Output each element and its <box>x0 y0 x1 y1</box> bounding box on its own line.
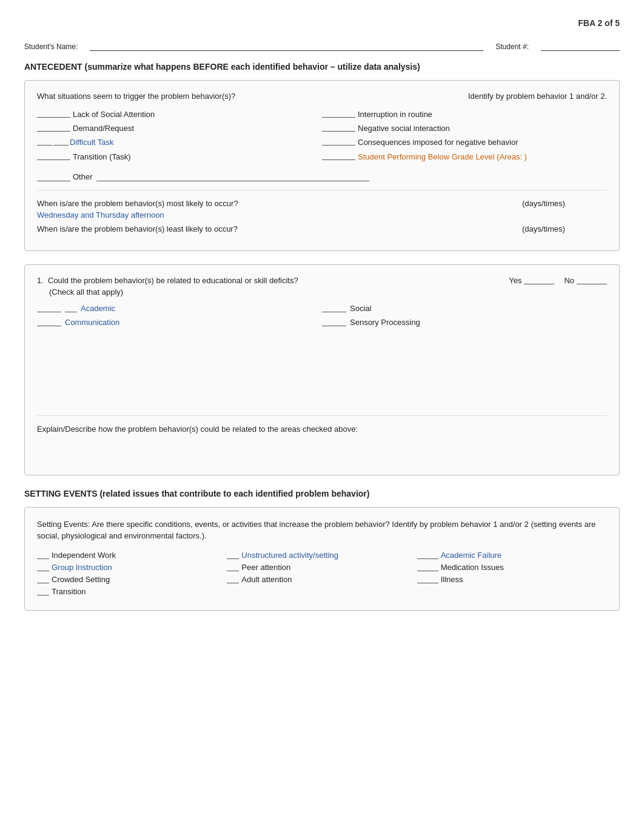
check-blank-8 <box>322 152 355 160</box>
setting-item-8: Academic Failure <box>441 551 501 560</box>
most-likely-days: (days/times) <box>522 199 607 208</box>
page-title: FBA 2 of 5 <box>24 18 620 28</box>
question-1-section: 1. Could the problem behavior(s) be rela… <box>24 264 620 475</box>
trigger-item-4: Transition (Task) <box>73 152 131 163</box>
setting-blank-4 <box>37 587 49 595</box>
most-likely-row: When is/are the problem behavior(s) most… <box>37 199 607 208</box>
sensory-label: Sensory Processing <box>350 318 420 327</box>
list-item: Communication <box>37 318 322 327</box>
trigger-item-7: Consequences imposed for negative behavi… <box>358 137 518 148</box>
setting-events-title: SETTING EVENTS (related issues that cont… <box>24 489 620 498</box>
setting-col-3: Academic Failure Medication Issues Illne… <box>417 551 607 599</box>
deficit-row-1: Academic Social <box>37 304 607 313</box>
student-info-row: Student's Name: Student #: <box>24 40 620 51</box>
list-item: Academic <box>37 304 322 313</box>
setting-blank-5 <box>227 551 239 559</box>
list-item: Group Instruction <box>37 563 227 572</box>
list-item: Lack of Social Attention <box>37 109 322 120</box>
academic-blank-1 <box>37 304 61 312</box>
setting-checklist: Independent Work Group Instruction Crowd… <box>37 551 607 599</box>
question-number: 1. <box>37 276 48 285</box>
other-line <box>96 172 369 181</box>
setting-blank-3 <box>37 575 49 583</box>
academic-blank-2 <box>65 304 77 312</box>
list-item: Unstructured activity/setting <box>227 551 417 560</box>
list-item: Student Performing Below Grade Level (Ar… <box>322 152 607 163</box>
student-name-field[interactable] <box>90 40 483 51</box>
trigger-item-8: Student Performing Below Grade Level (Ar… <box>358 152 527 163</box>
setting-blank-2 <box>37 563 49 571</box>
yes-label: Yes <box>509 276 522 285</box>
setting-blank-8 <box>417 551 438 559</box>
other-row: Other <box>37 172 607 181</box>
trigger-checklist: Lack of Social Attention Demand/Request … <box>37 109 607 166</box>
list-item: Transition (Task) <box>37 152 322 163</box>
setting-blank-1 <box>37 551 49 559</box>
student-number-field[interactable] <box>541 40 620 51</box>
antecedent-card: What situations seem to trigger the prob… <box>24 80 620 251</box>
notes-area <box>37 332 607 404</box>
least-likely-row: When is/are the problem behavior(s) leas… <box>37 224 607 233</box>
list-item: Medication Issues <box>417 563 607 572</box>
student-number-label: Student #: <box>495 42 529 51</box>
least-likely-days: (days/times) <box>522 224 607 233</box>
deficit-checklist: Academic Social Communication Sensory Pr… <box>37 304 607 327</box>
trigger-item-6: Negative social interaction <box>358 123 450 134</box>
trigger-question: What situations seem to trigger the prob… <box>37 92 322 101</box>
academic-label: Academic <box>81 304 115 313</box>
list-item: Interruption in routine <box>322 109 607 120</box>
trigger-item-1: Lack of Social Attention <box>73 109 155 120</box>
skill-deficit-card: 1. Could the problem behavior(s) be rela… <box>24 264 620 475</box>
divider <box>37 190 607 190</box>
no-label: No <box>564 276 574 285</box>
identify-label: Identify by problem behavior 1 and/or 2. <box>322 92 607 101</box>
setting-intro: Setting Events: Are there specific condi… <box>37 518 607 542</box>
check-blank-7 <box>322 137 355 146</box>
trigger-header: What situations seem to trigger the prob… <box>37 92 607 101</box>
other-label: Other <box>73 172 93 181</box>
list-item: Difficult Task <box>37 137 322 148</box>
check-blank-5 <box>322 109 355 118</box>
list-item: Peer attention <box>227 563 417 572</box>
check-blank-3a <box>37 137 52 146</box>
list-item: Transition <box>37 587 227 596</box>
explain-block: Explain/Describe how the problem behavio… <box>37 415 607 464</box>
list-item: Adult attention <box>227 575 417 584</box>
list-item: Social <box>322 304 607 313</box>
setting-item-1: Independent Work <box>52 551 116 560</box>
setting-item-6: Peer attention <box>241 563 290 572</box>
setting-item-3: Crowded Setting <box>52 575 110 584</box>
list-item: Sensory Processing <box>322 318 607 327</box>
explain-writing-area <box>37 434 607 464</box>
most-likely-question: When is/are the problem behavior(s) most… <box>37 199 522 208</box>
setting-blank-6 <box>227 563 239 571</box>
check-blank-1 <box>37 109 70 118</box>
communication-label: Communication <box>65 318 119 327</box>
list-item: Consequences imposed for negative behavi… <box>322 137 607 148</box>
comm-blank <box>37 318 61 326</box>
no-blank <box>577 276 607 284</box>
list-item: Illness <box>417 575 607 584</box>
setting-item-4: Transition <box>52 587 86 596</box>
could-question: Could the problem behavior(s) be related… <box>48 276 509 285</box>
student-name-label: Student's Name: <box>24 42 78 51</box>
deficit-row-2: Communication Sensory Processing <box>37 318 607 327</box>
trigger-item-2: Demand/Request <box>73 123 134 134</box>
timing-block: When is/are the problem behavior(s) most… <box>37 199 607 233</box>
setting-blank-9 <box>417 563 438 571</box>
setting-blank-7 <box>227 575 239 583</box>
setting-events-card: Setting Events: Are there specific condi… <box>24 507 620 611</box>
setting-item-5: Unstructured activity/setting <box>241 551 338 560</box>
setting-blank-10 <box>417 575 438 583</box>
trigger-right-col: Interruption in routine Negative social … <box>322 109 607 166</box>
social-blank <box>322 304 346 312</box>
list-item: Academic Failure <box>417 551 607 560</box>
check-blank-4 <box>37 152 70 160</box>
sensory-blank <box>322 318 346 326</box>
trigger-item-5: Interruption in routine <box>358 109 432 120</box>
explain-text: Explain/Describe how the problem behavio… <box>37 424 358 434</box>
setting-col-1: Independent Work Group Instruction Crowd… <box>37 551 227 599</box>
least-likely-question: When is/are the problem behavior(s) leas… <box>37 224 522 233</box>
other-blank <box>37 173 70 181</box>
check-all-label: (Check all that apply) <box>49 287 607 297</box>
